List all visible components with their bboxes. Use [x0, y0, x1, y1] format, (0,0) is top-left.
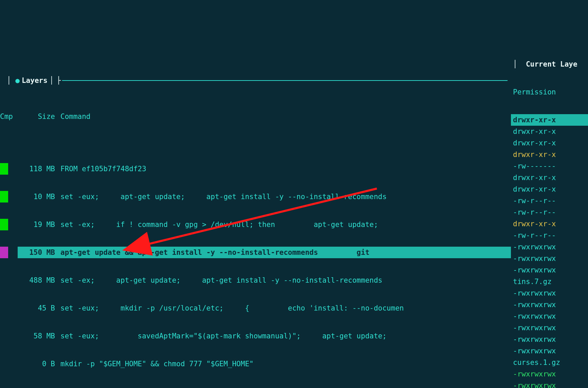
- layer-size: 118 MB: [18, 163, 58, 175]
- perm-header: Permission: [511, 86, 588, 98]
- perm-row[interactable]: -rwxrwxrwx: [511, 334, 588, 345]
- layer-cmd: set -eux; savedAptMark="$(apt-mark showm…: [58, 330, 511, 342]
- perm-list[interactable]: drwxr-xr-xdrwxr-xr-xdrwxr-xr-xdrwxr-xr-x…: [511, 114, 588, 388]
- perm-row[interactable]: -rw-r--r--: [511, 230, 588, 241]
- layer-size: 150 MB: [18, 247, 58, 258]
- layer-row[interactable]: 19 MB set -ex; if ! command -v gpg > /de…: [0, 219, 511, 230]
- perm-row[interactable]: -rw-------: [511, 160, 588, 172]
- layer-row[interactable]: 45 B set -eux; mkdir -p /usr/local/etc; …: [0, 302, 511, 314]
- layer-row[interactable]: 488 MB set -ex; apt-get update; apt-get …: [0, 275, 511, 286]
- hdr-size: Size: [18, 111, 58, 122]
- layer-row[interactable]: 0 B mkdir -p "$GEM_HOME" && chmod 777 "$…: [0, 358, 511, 370]
- hdr-command: Command: [58, 111, 511, 122]
- perm-row[interactable]: -rw-r--r--: [511, 195, 588, 207]
- perm-row[interactable]: tins.7.gz: [511, 276, 588, 287]
- perm-row[interactable]: drwxr-xr-x: [511, 114, 588, 126]
- layers-list[interactable]: 118 MB FROM ef105b7f748df23 10 MB set -e…: [0, 147, 511, 386]
- perm-row[interactable]: drwxr-xr-x: [511, 126, 588, 137]
- perm-row[interactable]: -rwxrwxrwx: [511, 299, 588, 311]
- perm-row[interactable]: drwxr-xr-x: [511, 172, 588, 183]
- perm-row[interactable]: -rwxrwxrwx: [511, 253, 588, 264]
- layer-cmd: set -eux; apt-get update; apt-get instal…: [58, 191, 511, 202]
- current-layer-title: │ Current Laye: [511, 58, 588, 70]
- perm-row[interactable]: -rwxrwxrwx: [511, 380, 588, 388]
- layers-header-row: Cmp Size Command: [0, 111, 511, 122]
- layer-cmd: mkdir -p "$GEM_HOME" && chmod 777 "$GEM_…: [58, 358, 511, 370]
- cmp-swatch: [0, 247, 8, 258]
- layers-title-text: Layers: [20, 76, 50, 85]
- layer-cmd: apt-get update && apt-get install -y --n…: [58, 247, 511, 258]
- perm-row[interactable]: drwxr-xr-x: [511, 149, 588, 160]
- layer-size: 0 B: [18, 358, 58, 370]
- perm-row[interactable]: drwxr-xr-x: [511, 183, 588, 195]
- cmp-swatch: [0, 163, 8, 175]
- layer-size: 10 MB: [18, 191, 58, 202]
- cmp-swatch: [0, 191, 8, 202]
- layer-row-selected[interactable]: 150 MB apt-get update && apt-get install…: [0, 247, 511, 258]
- layer-size: 58 MB: [18, 330, 58, 342]
- cmp-swatch: [0, 219, 8, 230]
- perm-row[interactable]: curses.1.gz: [511, 357, 588, 368]
- layer-row[interactable]: 10 MB set -eux; apt-get update; apt-get …: [0, 191, 511, 202]
- perm-row[interactable]: -rwxrwxrwx: [511, 241, 588, 253]
- perm-row[interactable]: -rwxrwxrwx: [511, 322, 588, 334]
- right-panel: │ Current Laye Permission drwxr-xr-xdrwx…: [511, 41, 588, 388]
- perm-row[interactable]: drwxr-xr-x: [511, 218, 588, 230]
- hdr-cmp: Cmp: [0, 111, 18, 122]
- layer-row[interactable]: 118 MB FROM ef105b7f748df23: [0, 163, 511, 175]
- perm-row[interactable]: -rwxrwxrwx: [511, 368, 588, 380]
- perm-row[interactable]: -rw-r--r--: [511, 207, 588, 218]
- layer-size: 488 MB: [18, 275, 58, 286]
- perm-row[interactable]: -rwxrwxrwx: [511, 345, 588, 357]
- layer-size: 19 MB: [18, 219, 58, 230]
- layer-cmd: set -eux; mkdir -p /usr/local/etc; { ech…: [58, 302, 511, 314]
- layer-row[interactable]: 58 MB set -eux; savedAptMark="$(apt-mark…: [0, 330, 511, 342]
- layer-size: 45 B: [18, 302, 58, 314]
- perm-row[interactable]: -rwxrwxrwx: [511, 264, 588, 276]
- perm-row[interactable]: -rwxrwxrwx: [511, 287, 588, 299]
- layers-panel-title: │ ● Layers │ ├: [0, 75, 511, 86]
- perm-row[interactable]: drwxr-xr-x: [511, 137, 588, 149]
- main-panel: │ ● Layers │ ├ Cmp Size Command 118 MB F…: [0, 41, 511, 388]
- layer-cmd: set -ex; if ! command -v gpg > /dev/null…: [58, 219, 511, 230]
- layer-cmd: set -ex; apt-get update; apt-get install…: [58, 275, 511, 286]
- layer-cmd: FROM ef105b7f748df23: [58, 163, 511, 175]
- perm-row[interactable]: -rwxrwxrwx: [511, 311, 588, 322]
